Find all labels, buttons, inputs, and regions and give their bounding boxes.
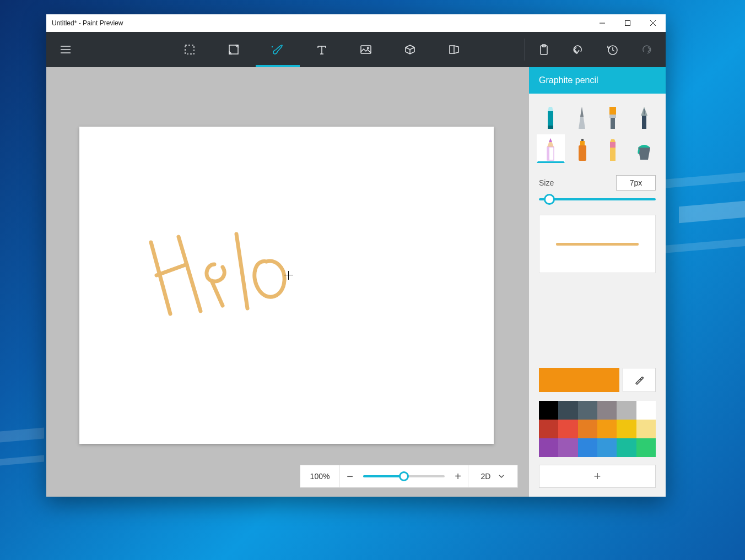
3d-shapes-button[interactable] [388,32,432,67]
stroke-preview-line [556,243,639,246]
svg-rect-16 [548,111,553,128]
palette-swatch[interactable] [597,401,617,420]
redo-icon [640,44,652,55]
close-button[interactable] [640,14,666,32]
spray-can-icon [574,138,590,162]
crop-resize-button[interactable] [212,32,256,67]
crosshair-cursor [284,271,293,280]
paste-button[interactable] [527,32,561,67]
add-color-button[interactable]: + [539,465,656,488]
palette-swatch[interactable] [558,420,577,438]
text-tool-button[interactable] [300,32,344,67]
brush-tool-icon [271,44,285,56]
palette-swatch[interactable] [578,420,597,438]
svg-point-9 [271,46,272,47]
svg-rect-32 [580,141,585,145]
title-bar[interactable]: Untitled* - Paint Preview [46,14,666,32]
palette-swatch[interactable] [597,438,617,457]
palette-swatch[interactable] [636,438,656,457]
undo-button[interactable] [561,32,595,67]
brush-picker [529,94,666,163]
palette-swatch[interactable] [539,420,558,438]
hamburger-icon [60,45,72,55]
palette-swatch[interactable] [636,420,656,438]
svg-rect-12 [450,46,454,53]
palette-swatch[interactable] [539,438,558,457]
size-label: Size [539,178,554,187]
calligraphy-pen-icon [636,106,652,130]
palette-swatch[interactable] [578,438,597,457]
palette-swatch[interactable] [558,401,577,420]
palette-swatch[interactable] [558,438,577,457]
size-slider-handle[interactable] [544,194,555,205]
size-value-input[interactable]: 7px [616,175,656,191]
zoom-percent-label[interactable]: 100% [300,465,340,487]
svg-rect-23 [611,118,615,129]
tool-pen[interactable] [568,102,596,131]
svg-rect-1 [625,21,630,26]
select-tool-button[interactable] [168,32,212,67]
eyedropper-button[interactable] [623,368,656,392]
tool-eraser[interactable] [599,134,627,163]
zoom-slider-handle[interactable] [399,471,409,481]
eraser-icon [605,138,620,162]
svg-rect-31 [579,145,586,161]
brush-tool-button[interactable] [256,32,300,67]
drawing-canvas[interactable] [79,127,494,444]
plus-icon: + [594,469,601,483]
svg-rect-30 [547,147,549,160]
current-color-swatch[interactable] [539,368,619,392]
color-palette [539,401,656,457]
svg-rect-21 [609,107,616,115]
tool-spray[interactable] [568,134,596,163]
svg-rect-34 [610,142,616,148]
svg-rect-35 [610,148,616,161]
zoom-control-bar: 100% − + 2D [300,465,518,488]
tool-graphite-pencil[interactable] [537,134,565,163]
eyedropper-icon [634,374,645,385]
3d-cube-icon [404,44,416,56]
palette-swatch[interactable] [617,401,636,420]
zoom-in-button[interactable]: + [448,470,468,483]
maximize-button[interactable] [615,14,640,32]
paste-icon [538,44,549,56]
minimize-button[interactable] [590,14,615,32]
redo-button[interactable] [629,32,663,67]
stroke-preview [539,215,656,273]
tool-fill[interactable] [630,134,658,163]
main-toolbar [46,32,666,67]
palette-swatch[interactable] [636,401,656,420]
svg-point-11 [367,47,369,49]
zoom-out-button[interactable]: − [340,470,360,483]
side-panel: Graphite pencil [529,67,666,497]
size-slider[interactable] [539,198,656,200]
palette-swatch[interactable] [578,401,597,420]
history-icon [606,44,618,56]
palette-swatch[interactable] [617,420,636,438]
menu-button[interactable] [48,32,83,67]
app-window: Untitled* - Paint Preview [46,14,666,497]
graphite-pencil-icon [543,137,558,161]
undo-icon [572,44,584,55]
fill-bucket-icon [636,138,652,162]
palette-swatch[interactable] [617,438,636,457]
tool-marker[interactable] [537,102,565,131]
tool-calligraphy[interactable] [630,102,658,131]
tool-brush[interactable] [599,102,627,131]
view-mode-label: 2D [481,472,491,481]
svg-rect-10 [361,46,371,53]
view-mode-dropdown[interactable]: 2D [468,465,517,487]
flat-brush-icon [605,106,620,130]
boards-button[interactable] [432,32,476,67]
image-tool-button[interactable] [344,32,388,67]
handwritten-stroke [140,226,316,336]
window-title: Untitled* - Paint Preview [52,19,123,27]
side-panel-title: Graphite pencil [529,67,666,94]
history-button[interactable] [595,32,629,67]
palette-swatch[interactable] [597,420,617,438]
select-tool-icon [183,44,196,56]
zoom-slider[interactable] [363,475,445,477]
svg-rect-33 [581,139,584,141]
canvas-viewport[interactable]: 100% − + 2D [46,67,529,497]
palette-swatch[interactable] [539,401,558,420]
